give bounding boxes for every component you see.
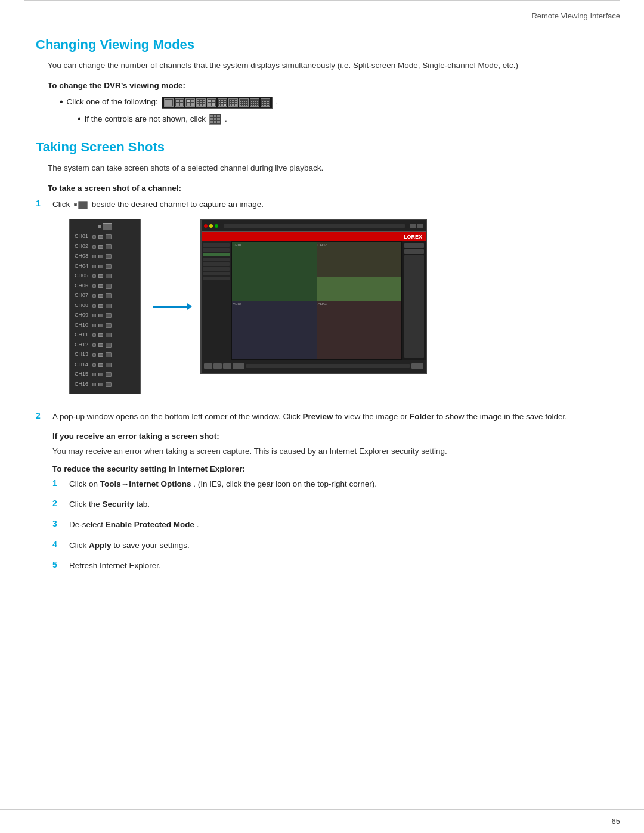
step1-content: Click beside the desired channel to capt… <box>52 199 608 402</box>
dot-red <box>204 224 208 228</box>
sub-step3: 3 De-select Enable Protected Mode . <box>52 519 608 531</box>
step2-bold2: Folder <box>410 412 434 421</box>
vmode-4b-icon <box>185 98 195 107</box>
step1-number: 1 <box>36 199 45 208</box>
reduce-heading: To reduce the security setting in Intern… <box>52 465 608 473</box>
page-header: Remote Viewing Interface <box>0 1 644 25</box>
section2-intro: The system can take screen shots of a se… <box>48 162 608 174</box>
step2-end: to show the image in the save folder. <box>436 412 567 421</box>
sub-step2-before: Click the <box>69 500 100 509</box>
dvr-cam1: CH01 <box>232 242 317 301</box>
sub-step2-content: Click the Security tab. <box>69 498 608 510</box>
sub-step5: 5 Refresh Internet Explorer. <box>52 560 608 572</box>
error-heading: If you receive an error taking a screen … <box>52 432 608 441</box>
vmode-9b-icon <box>218 98 227 107</box>
dvr-cam2: CH02 <box>317 242 402 301</box>
step1-text-before: Click <box>52 200 70 209</box>
dvr-cam4: CH04 <box>317 301 402 360</box>
section2-subheading: To take a screen shot of a channel: <box>48 184 608 193</box>
channel-row: CH06 <box>75 282 135 290</box>
vmode-12-icon <box>228 98 238 107</box>
vmode-16-icon <box>239 98 249 107</box>
dvr-camera-grid: CH01 CH02 CH03 <box>231 241 402 360</box>
dvr-cam3: CH03 <box>232 301 317 360</box>
sub-step2-number: 2 <box>52 498 62 508</box>
sub-step4-after: to save your settings. <box>113 541 190 550</box>
step2-number: 2 <box>36 411 45 420</box>
screenshot-simulation: CH01 CH02 CH03 CH04 CH05 CH06 <box>69 219 608 394</box>
channel-row: CH16 <box>75 380 135 389</box>
vmode-9-icon <box>196 98 206 107</box>
vmode-1-icon <box>164 98 174 107</box>
dvr-bottom-btn4 <box>411 363 423 369</box>
sub-step5-content: Refresh Internet Explorer. <box>69 560 608 572</box>
dvr-red-bar: LOREX <box>202 232 426 241</box>
channel-row: CH14 <box>75 361 135 369</box>
sub-step4-number: 4 <box>52 540 62 549</box>
section1-heading: Changing Viewing Modes <box>36 37 608 52</box>
page-number: 65 <box>612 817 620 826</box>
dot-yellow <box>209 224 213 228</box>
lorex-logo: LOREX <box>404 233 422 241</box>
channel-row: CH07 <box>75 292 135 300</box>
header-title: Remote Viewing Interface <box>531 11 620 20</box>
channel-row: CH11 <box>75 331 135 339</box>
step1-text-after: beside the desired channel to capture an… <box>92 200 264 209</box>
channel-row: CH05 <box>75 272 135 280</box>
sub-step2-bold: Security <box>103 500 134 509</box>
address-bar <box>224 224 405 228</box>
camera-snap-icon <box>74 201 88 209</box>
dvr-sidebar <box>202 241 231 360</box>
sub-step3-bold: Enable Protected Mode <box>106 520 194 529</box>
channel-rows: CH01 CH02 CH03 CH04 CH05 CH06 <box>75 233 135 388</box>
step2-container: 2 A pop-up window opens on the bottom le… <box>36 411 608 423</box>
step2-text: A pop-up window opens on the bottom left… <box>52 412 301 421</box>
sub-step3-content: De-select Enable Protected Mode . <box>69 519 608 531</box>
section2-heading: Taking Screen Shots <box>36 140 608 155</box>
view-mode-bar: . <box>162 96 278 108</box>
sub-step4-before: Click <box>69 541 86 550</box>
sub-step4-content: Click Apply to save your settings. <box>69 540 608 552</box>
bullet-click-following: Click one of the following: <box>60 96 608 108</box>
dvr-bottom-btn2 <box>213 363 222 369</box>
dvr-bottom-btn3 <box>223 363 231 369</box>
grid-icon <box>209 114 221 125</box>
channel-list-panel: CH01 CH02 CH03 CH04 CH05 CH06 <box>69 219 141 394</box>
channel-row: CH13 <box>75 351 135 359</box>
step2-mid1: to view the image or <box>335 412 407 421</box>
sub-step1-after: . (In IE9, click the gear icon on the to… <box>193 479 377 488</box>
sub-step5-number: 5 <box>52 560 62 569</box>
channel-row: CH15 <box>75 370 135 379</box>
vmode-icons <box>162 97 273 109</box>
dvr-screen: LOREX <box>200 219 427 374</box>
sub-step3-after: . <box>197 520 199 529</box>
dvr-top-bar <box>202 220 426 232</box>
channel-row: CH02 <box>75 243 135 251</box>
arrow-connector <box>153 306 188 308</box>
bullet-controls-not-shown: If the controls are not shown, click . <box>78 113 608 125</box>
sub-step5-text: Refresh Internet Explorer. <box>69 561 161 570</box>
step1-container: 1 Click beside the desired channel to ca… <box>36 199 608 402</box>
dvr-main-area: CH01 CH02 CH03 <box>202 241 426 360</box>
sub-steps-section: 1 Click on Tools→Internet Options . (In … <box>52 478 608 572</box>
channel-row: CH10 <box>75 321 135 330</box>
sub-step1-number: 1 <box>52 478 62 488</box>
vmode-12b-icon <box>261 98 270 107</box>
dot-green <box>215 224 218 228</box>
step2-content: A pop-up window opens on the bottom left… <box>52 411 608 423</box>
channel-row: CH03 <box>75 252 135 261</box>
vmode-16b-icon <box>250 98 259 107</box>
page-container: Remote Viewing Interface Changing Viewin… <box>0 0 644 833</box>
section1-subheading: To change the DVR’s viewing mode: <box>48 81 608 90</box>
dvr-bottom-btn1 <box>204 363 212 369</box>
sub-step4-bold: Apply <box>89 541 112 550</box>
sub-step2: 2 Click the Security tab. <box>52 498 608 510</box>
snap-indicator-icon <box>98 223 112 230</box>
channel-row: CH01 <box>75 233 135 241</box>
main-content: Changing Viewing Modes You can change th… <box>0 25 644 616</box>
sub-step1-content: Click on Tools→Internet Options . (In IE… <box>69 478 608 490</box>
section1-intro: You can change the number of channels th… <box>48 60 608 72</box>
dvr-bottom-bar <box>202 360 426 373</box>
vmode-4-icon <box>175 98 184 107</box>
vmode-6-icon <box>207 98 216 107</box>
